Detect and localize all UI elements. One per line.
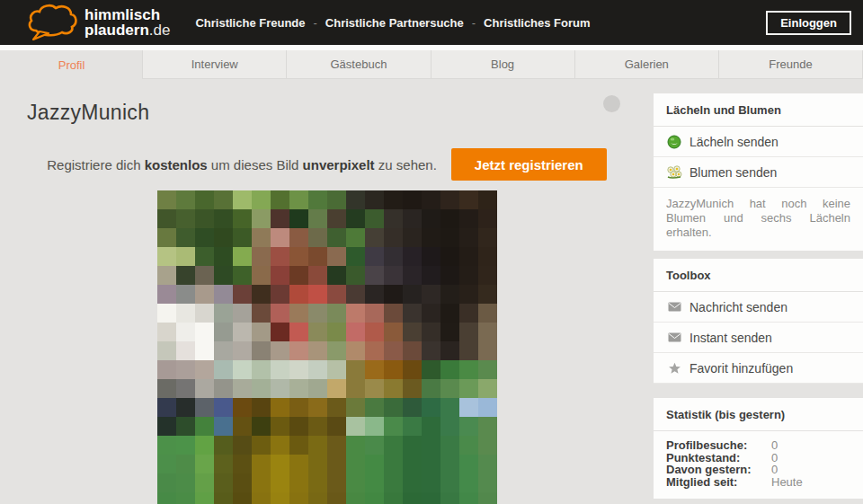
tab-blog[interactable]: Blog	[431, 50, 575, 79]
envelope-icon	[666, 300, 682, 314]
send-instant-item[interactable]: Instant senden	[654, 323, 863, 353]
registration-text: Registriere dich kostenlos um dieses Bil…	[47, 157, 437, 172]
logo-wordmark: himmlisch plaudern.de	[85, 7, 170, 38]
send-smile-item[interactable]: Lächeln senden	[654, 127, 863, 157]
registration-bold-kostenlos: kostenlos	[145, 157, 208, 172]
stat-value: 0	[771, 452, 778, 464]
registration-text-part: Registriere dich	[47, 157, 144, 172]
login-button[interactable]: Einloggen	[766, 11, 851, 35]
logo-line2: plaudern	[85, 22, 149, 39]
send-instant-label: Instant senden	[690, 331, 772, 345]
stat-value: 0	[771, 464, 778, 476]
tab-freunde[interactable]: Freunde	[718, 50, 863, 79]
register-now-button[interactable]: Jetzt registrieren	[451, 148, 607, 181]
stat-row-punktestand: Punktestand: 0	[666, 452, 850, 464]
tab-gaestebuch[interactable]: Gästebuch	[286, 50, 431, 79]
stat-label: Davon gestern:	[666, 464, 771, 476]
cloud-logo-icon	[25, 3, 77, 42]
smiley-icon	[666, 135, 682, 149]
tab-profil[interactable]: Profil	[0, 50, 143, 79]
registration-text-part: um dieses Bild	[208, 157, 303, 172]
registration-row: Registriere dich kostenlos um dieses Bil…	[0, 148, 654, 181]
star-icon	[666, 361, 682, 376]
statistics-body: Profilbesuche: 0 Punktestand: 0 Davon ge…	[654, 431, 863, 499]
stat-label: Punktestand:	[666, 452, 771, 464]
page-title-username: JazzyMunich	[27, 101, 149, 125]
tab-galerien[interactable]: Galerien	[574, 50, 719, 79]
registration-text-part: zu sehen.	[375, 157, 437, 172]
registration-bold-unverpixelt: unverpixelt	[303, 157, 375, 172]
nav-separator: -	[472, 16, 476, 30]
profile-tabbar: Profil Interview Gästebuch Blog Galerien…	[0, 50, 863, 79]
logo-tld: .de	[149, 22, 171, 39]
statistics-card-title: Statistik (bis gestern)	[654, 398, 863, 431]
envelope-icon	[666, 331, 682, 345]
pixelated-photo	[157, 190, 497, 504]
nav-separator: -	[314, 16, 317, 30]
header-nav: Christliche Freunde - Christliche Partne…	[195, 16, 590, 30]
nav-link-christliche-partnersuche[interactable]: Christliche Partnersuche	[325, 16, 464, 30]
nav-link-christliches-forum[interactable]: Christliches Forum	[484, 16, 590, 30]
stat-value: Heute	[771, 476, 803, 489]
site-header: himmlisch plaudern.de Christliche Freund…	[0, 0, 863, 45]
nav-link-christliche-freunde[interactable]: Christliche Freunde	[195, 16, 305, 30]
stat-value: 0	[771, 439, 778, 452]
toolbox-card: Toolbox Nachricht senden Instant senden	[654, 259, 863, 384]
stat-row-davon-gestern: Davon gestern: 0	[666, 464, 850, 476]
smiles-flowers-card: Lächeln und Blumen Lächeln senden	[654, 93, 863, 251]
add-favorite-item[interactable]: Favorit hinzufügen	[654, 353, 863, 384]
stat-row-profilbesuche: Profilbesuche: 0	[666, 439, 850, 452]
site-logo[interactable]: himmlisch plaudern.de	[25, 3, 170, 42]
stat-label: Mitglied seit:	[666, 476, 771, 489]
flowers-icon	[666, 165, 682, 180]
toolbox-card-title: Toolbox	[654, 259, 863, 292]
smiles-flowers-note: JazzyMunich hat noch keine Blumen und se…	[654, 188, 863, 251]
send-smile-label: Lächeln senden	[690, 135, 778, 149]
stat-label: Profilbesuche:	[666, 439, 771, 452]
send-flowers-label: Blumen senden	[690, 165, 777, 180]
stat-row-mitglied-seit: Mitglied seit: Heute	[666, 476, 850, 489]
add-favorite-label: Favorit hinzufügen	[690, 361, 793, 376]
send-message-label: Nachricht senden	[690, 300, 787, 314]
send-message-item[interactable]: Nachricht senden	[654, 292, 863, 323]
decorative-dot	[603, 95, 620, 112]
statistics-card: Statistik (bis gestern) Profilbesuche: 0…	[654, 398, 863, 499]
smiles-flowers-card-title: Lächeln und Blumen	[654, 93, 863, 127]
tab-interview[interactable]: Interview	[142, 50, 287, 79]
send-flowers-item[interactable]: Blumen senden	[654, 157, 863, 188]
